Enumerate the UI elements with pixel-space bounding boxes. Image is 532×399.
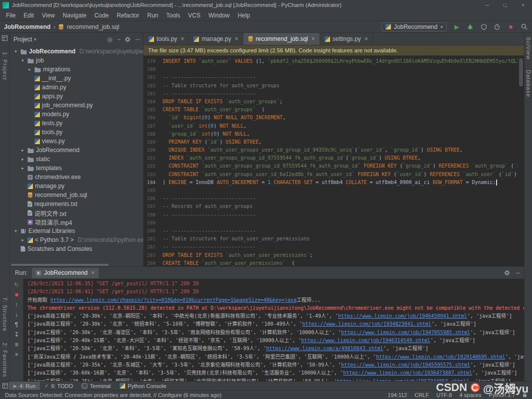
tool-button-python-console[interactable]: Python Console [115, 382, 171, 390]
close-icon[interactable]: × [91, 269, 95, 276]
run-tab[interactable]: JobRecommend × [32, 268, 98, 278]
close-button[interactable]: × [514, 0, 532, 10]
tree-item-jobrecommend[interactable]: ▾JobRecommendD:\workspace\jiuyetuijianxi… [10, 47, 143, 56]
console-link[interactable]: https://www.liepin.com/job/1946314549.sh… [301, 338, 430, 343]
editor-scrollbar[interactable] [518, 56, 524, 266]
tree-item-views-py[interactable]: views.py [10, 137, 143, 146]
tree-item-scratches-and-consoles[interactable]: Scratches and Consoles [10, 244, 143, 253]
menu-vcs[interactable]: VCS [184, 12, 204, 19]
tree-item-tests-py[interactable]: tests.py [10, 119, 143, 128]
menu-code[interactable]: Code [90, 12, 113, 19]
scroll-end-icon[interactable]: ↧ [14, 331, 19, 338]
horizontal-scrollbar[interactable] [10, 263, 143, 266]
status-line-separator[interactable]: CRLF [414, 392, 429, 398]
tree-item-models-py[interactable]: models.py [10, 110, 143, 119]
menu-navigate[interactable]: Navigate [59, 12, 90, 19]
console-link[interactable]: https://www.liepin.com/zhaopin/?city=010… [50, 297, 297, 303]
up-stack-icon[interactable]: ↑ [15, 301, 18, 308]
tree-item-apps-py[interactable]: apps.py [10, 92, 143, 101]
hide-icon[interactable]: ─ [135, 36, 140, 43]
tool-strip-sciview[interactable]: SciView [526, 37, 532, 60]
tool-strip-7-structure[interactable]: 7: Structure [2, 297, 8, 332]
project-header-title[interactable]: Project [13, 36, 32, 43]
tab-settings-py[interactable]: settings.py× [320, 33, 373, 45]
gear-icon[interactable] [504, 270, 510, 276]
hide-icon[interactable]: ─ [516, 269, 520, 276]
chevron-down-icon[interactable]: ▾ [34, 37, 36, 42]
status-caret-position[interactable]: 194:112 [388, 392, 407, 398]
print-icon[interactable]: ≡ [14, 341, 18, 348]
tree-item-项目演示-mp4[interactable]: 项目演示.mp4 [10, 217, 143, 226]
stop-icon[interactable]: ■ [507, 23, 515, 30]
code-editor[interactable]: 179INSERT INTO `auth_user` VALUES (1, 'p… [144, 56, 518, 266]
soft-wrap-icon[interactable]: ¶ [15, 321, 18, 328]
tree-item-说明文件-txt[interactable]: 说明文件.txt [10, 208, 143, 217]
tool-button-terminal[interactable]: Terminal [77, 382, 115, 390]
coverage-icon[interactable] [480, 24, 488, 30]
tool-button-4-run[interactable]: ▶4: Run [9, 382, 40, 390]
run-config-select[interactable]: JobRecommend ▾ [381, 22, 447, 31]
toolwindow-switcher-icon[interactable] [2, 383, 8, 389]
tree-item-job[interactable]: ▾job [10, 56, 143, 65]
menu-edit[interactable]: Edit [19, 12, 38, 19]
locate-icon[interactable]: ◎ [107, 36, 112, 43]
collapse-icon[interactable]: − [117, 36, 120, 43]
tab-recommend-job-sql[interactable]: recommend_job.sql× [243, 33, 320, 45]
profiler-icon[interactable] [493, 24, 501, 30]
console-link[interactable]: https://www.liepin.com/job/1946450041.sh… [338, 313, 467, 319]
project-tree[interactable]: ▾JobRecommendD:\workspace\jiuyetuijianxi… [10, 46, 143, 266]
run-icon[interactable]: ▶ [453, 23, 461, 30]
status-message[interactable]: Data Sources Detected: Connection proper… [5, 392, 221, 398]
console-output[interactable]: [28/Oct/2023 12:06:35] "GET /get_psutil/… [23, 279, 524, 381]
debug-icon[interactable] [466, 24, 474, 30]
console-link[interactable]: https://www.liepin.com/job/1945595575.sh… [341, 362, 470, 368]
clear-icon[interactable]: × [14, 351, 18, 358]
scrollbar-thumb[interactable] [519, 58, 523, 86]
menu-file[interactable]: File [2, 12, 19, 19]
tab-manage-py[interactable]: manage.py× [189, 33, 243, 45]
tool-button-6-todo[interactable]: ✓6: TODO [40, 382, 77, 390]
tree-item-migrations[interactable]: ▸migrations [10, 65, 143, 74]
menu-view[interactable]: View [38, 12, 59, 19]
console-link[interactable]: https://www.liepin.com/job/1934823041.sh… [302, 321, 431, 327]
search-icon[interactable] [520, 23, 528, 30]
tree-item-init-py[interactable]: __init__.py [10, 74, 143, 83]
menu-tools[interactable]: Tools [162, 12, 184, 19]
close-icon[interactable]: × [180, 35, 184, 42]
tool-strip-2-favorites[interactable]: 2: Favorites [2, 343, 8, 377]
close-icon[interactable]: × [235, 35, 238, 42]
menu-window[interactable]: Window [204, 12, 234, 19]
console-link[interactable]: https://www.liepin.com/job/1920148695.sh… [376, 354, 505, 360]
close-icon[interactable]: × [311, 35, 315, 42]
menu-help[interactable]: Help [234, 12, 254, 19]
tree-item-tools-py[interactable]: tools.py [10, 128, 143, 137]
tool-strip-1-project[interactable]: 1: Project [2, 52, 8, 80]
breadcrumb-recommend-job-sql[interactable]: recommend_job.sql [67, 23, 119, 30]
menu-refactor[interactable]: Refactor [113, 12, 143, 19]
rerun-icon[interactable]: ↻ [14, 281, 19, 288]
tree-item-admin-py[interactable]: admin.py [10, 83, 143, 92]
tree-item-templates[interactable]: ▸templates [10, 164, 143, 173]
tree-item-manage-py[interactable]: manage.py [10, 182, 143, 191]
scrollbar-thumb[interactable] [11, 264, 109, 266]
maximize-button[interactable]: □ [496, 0, 514, 10]
tree-item-job-recommend-py[interactable]: job_recommend.py [10, 101, 143, 110]
console-link[interactable]: https://www.liepin.com/a/49810843.shtml [266, 346, 383, 351]
tree-item-static[interactable]: ▸static [10, 155, 143, 164]
tree-item-recommend-job-sql[interactable]: recommend_job.sql [10, 191, 143, 200]
gear-icon[interactable] [125, 36, 131, 42]
tree-item-jobrecommend[interactable]: ▸JobRecommend [10, 146, 143, 155]
close-icon[interactable]: × [364, 35, 368, 42]
breadcrumb-jobrecommend[interactable]: JobRecommend [4, 23, 50, 30]
minimize-button[interactable]: ─ [478, 0, 496, 10]
stop-icon[interactable]: ■ [14, 291, 18, 298]
tree-item-python-3-7[interactable]: ▸< Python 3.7 >D:\miniconda3\python.exe [10, 235, 143, 244]
tree-item-external-libraries[interactable]: ▾External Libraries [10, 226, 143, 235]
tool-strip-database[interactable]: Database [526, 70, 532, 97]
tree-item-chromedriver-exe[interactable]: chromedriver.exe [10, 173, 143, 182]
down-stack-icon[interactable]: ↓ [15, 311, 18, 318]
console-link[interactable]: https://www.liepin.com/job/1936473807.sh… [343, 370, 472, 376]
tab-tools-py[interactable]: tools.py× [144, 33, 189, 45]
console-link[interactable]: https://www.liepin.com/job/1947055985.sh… [341, 330, 470, 335]
tree-item-requirements-txt[interactable]: requirements.txt [10, 200, 143, 208]
